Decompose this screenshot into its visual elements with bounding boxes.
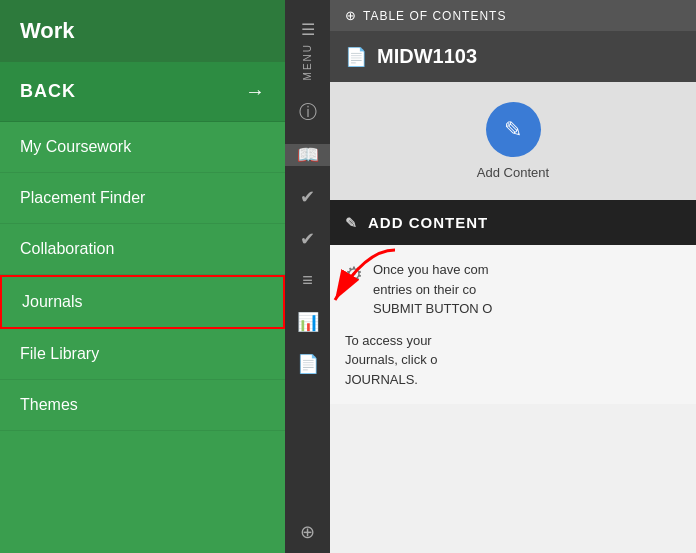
sidebar-item-placement-finder[interactable]: Placement Finder <box>0 173 285 224</box>
add-content-bar[interactable]: ✎ ADD CONTENT <box>330 200 696 245</box>
add-content-circle-button[interactable]: ✎ <box>486 102 541 157</box>
sidebar-item-label: My Coursework <box>20 138 131 155</box>
book-icon[interactable]: 📖 <box>285 144 330 166</box>
add-content-visual-label: Add Content <box>477 165 549 180</box>
sidebar-item-label: Placement Finder <box>20 189 145 206</box>
sidebar-title: Work <box>20 18 75 43</box>
sidebar-item-collaboration[interactable]: Collaboration <box>0 224 285 275</box>
check-icon[interactable]: ✔ <box>285 186 330 208</box>
check2-icon[interactable]: ✔ <box>285 228 330 250</box>
toc-bar[interactable]: ⊕ TABLE OF CONTENTS <box>330 0 696 31</box>
back-label: BACK <box>20 81 76 102</box>
doc-title: MIDW1103 <box>377 45 477 68</box>
globe-icon[interactable]: ⊕ <box>285 521 330 543</box>
content-text-1: Once you have comentries on their coSUBM… <box>373 260 492 319</box>
sidebar-item-label: Collaboration <box>20 240 114 257</box>
document-icon: 📄 <box>345 46 367 68</box>
info-icon[interactable]: ⓘ <box>285 100 330 124</box>
content-body: ⚙ Once you have comentries on their coSU… <box>330 245 696 404</box>
doc-icon[interactable]: 📄 <box>285 353 330 375</box>
list-icon[interactable]: ≡ <box>285 270 330 291</box>
sidebar-item-label: Themes <box>20 396 78 413</box>
menu-label: MENU <box>302 43 313 80</box>
back-arrow-icon: → <box>245 80 265 103</box>
toc-label: TABLE OF CONTENTS <box>363 9 506 23</box>
hamburger-icon[interactable]: ☰ <box>285 20 330 39</box>
left-sidebar: Work BACK → My Coursework Placement Find… <box>0 0 285 553</box>
sidebar-header: Work <box>0 0 285 62</box>
sidebar-item-themes[interactable]: Themes <box>0 380 285 431</box>
doc-title-bar: 📄 MIDW1103 <box>330 31 696 82</box>
sidebar-item-file-library[interactable]: File Library <box>0 329 285 380</box>
sidebar-item-label: File Library <box>20 345 99 362</box>
sidebar-item-my-coursework[interactable]: My Coursework <box>0 122 285 173</box>
add-content-button-label: ADD CONTENT <box>368 214 488 231</box>
sidebar-item-journals[interactable]: Journals <box>0 275 285 329</box>
sidebar-item-label: Journals <box>22 293 82 310</box>
content-row-1: ⚙ Once you have comentries on their coSU… <box>345 260 681 319</box>
add-content-visual: ✎ Add Content <box>330 82 696 200</box>
pencil-icon: ✎ <box>345 215 358 231</box>
gear-icon: ⚙ <box>345 262 363 286</box>
back-button[interactable]: BACK → <box>0 62 285 122</box>
main-content: ⊕ TABLE OF CONTENTS 📄 MIDW1103 ✎ Add Con… <box>330 0 696 553</box>
toc-icon: ⊕ <box>345 8 357 23</box>
chart-icon[interactable]: 📊 <box>285 311 330 333</box>
content-row-2: To access yourJournals, click oJOURNALS. <box>345 331 681 390</box>
icon-strip: ☰ MENU ⓘ 📖 ✔ ✔ ≡ 📊 📄 ⊕ <box>285 0 330 553</box>
content-text-2: To access yourJournals, click oJOURNALS. <box>345 331 437 390</box>
